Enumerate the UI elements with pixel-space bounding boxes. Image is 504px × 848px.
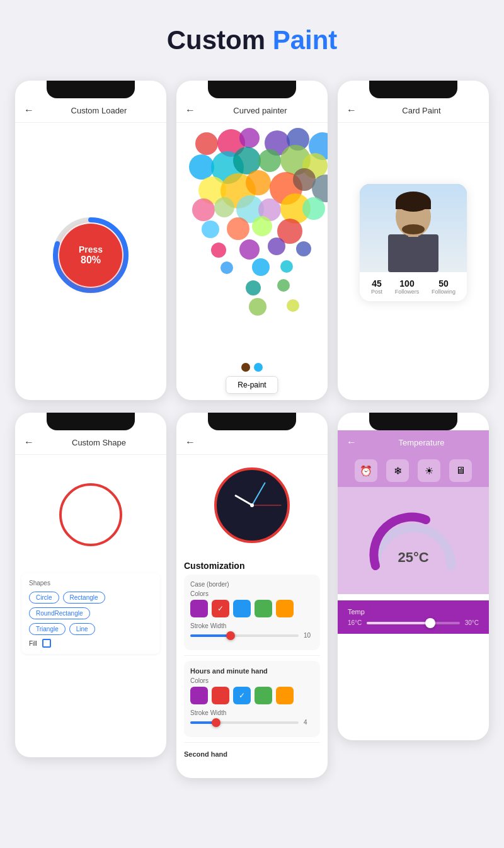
colors-row-case: ✓ bbox=[190, 600, 314, 617]
sun-icon[interactable]: ☀ bbox=[418, 459, 440, 482]
profile-stats: 45 Post 100 Followers 50 Following bbox=[360, 272, 467, 301]
phone-notch bbox=[47, 413, 135, 430]
stroke-value1: 10 bbox=[304, 632, 314, 639]
section-divider2 bbox=[184, 742, 320, 743]
color-blue-h[interactable]: ✓ bbox=[233, 687, 251, 704]
profile-card: 45 Post 100 Followers 50 Following bbox=[360, 184, 467, 301]
slider-fill-case bbox=[190, 634, 228, 637]
repaint-button[interactable]: Re-paint bbox=[226, 376, 278, 394]
stroke-label-case: Stroke Width bbox=[190, 622, 314, 629]
fill-row: Fill bbox=[29, 639, 152, 648]
temp-slider-section: Temp 16°C 30°C bbox=[338, 600, 489, 634]
shapes-section-label: Shapes bbox=[29, 580, 152, 587]
slider-thumb-case[interactable] bbox=[226, 631, 235, 640]
hours-section: Hours and minute hand Colors ✓ Stroke Wi… bbox=[184, 661, 320, 737]
custom-loader-title: Custom Loader bbox=[40, 106, 158, 115]
second-section-label: Second hand bbox=[184, 748, 320, 760]
temp-slider-thumb[interactable] bbox=[425, 618, 435, 628]
color-orange-h[interactable] bbox=[276, 687, 294, 704]
color-blue[interactable] bbox=[233, 600, 251, 617]
slider-thumb-hours[interactable] bbox=[212, 718, 220, 727]
temp-icons-row: ⏰ ❄ ☀ 🖥 bbox=[338, 454, 489, 487]
custom-shape-header: ← Custom Shape bbox=[15, 430, 166, 455]
shape-btn-circle[interactable]: Circle bbox=[29, 592, 59, 604]
loader-content: Press 80% bbox=[15, 123, 166, 387]
phone-notch bbox=[369, 413, 457, 430]
custom-shape-title: Custom Shape bbox=[40, 438, 158, 447]
colors-label-case: Colors bbox=[190, 590, 314, 597]
snowflake-icon[interactable]: ❄ bbox=[386, 459, 409, 482]
back-arrow-icon[interactable]: ← bbox=[24, 437, 34, 448]
colors-row-hours: ✓ bbox=[190, 687, 314, 704]
screen-icon[interactable]: 🖥 bbox=[449, 459, 472, 482]
clock-content: Customization Case (border) Colors ✓ Str… bbox=[176, 455, 328, 771]
clock-phone: ← Customization Case (border) Colors ✓ bbox=[176, 413, 328, 778]
clock-center-dot bbox=[250, 503, 254, 507]
stat-posts: 45 Post bbox=[371, 278, 382, 295]
custom-loader-phone: ← Custom Loader Press 80% bbox=[15, 81, 166, 400]
temp-min: 16°C bbox=[348, 619, 362, 626]
minute-hand bbox=[251, 482, 266, 505]
color-red-h[interactable] bbox=[212, 687, 229, 704]
svg-point-9 bbox=[402, 224, 425, 234]
shape-btn-triangle[interactable]: Triangle bbox=[29, 623, 66, 635]
back-arrow-icon[interactable]: ← bbox=[185, 105, 195, 116]
shape-circle-display bbox=[59, 483, 122, 546]
temp-header: ← Temperature bbox=[338, 430, 489, 454]
curved-painter-content: Re-paint bbox=[176, 123, 328, 400]
temp-max: 30°C bbox=[465, 619, 479, 626]
customization-title: Customization bbox=[184, 561, 320, 571]
curved-painter-phone: ← Curved painter Re-paint bbox=[176, 81, 328, 400]
stat-following: 50 Following bbox=[432, 278, 455, 295]
phone-notch bbox=[47, 81, 135, 98]
slider-track-case[interactable] bbox=[190, 634, 299, 637]
page-title: Custom Paint bbox=[13, 25, 491, 55]
stroke-value2: 4 bbox=[304, 719, 314, 726]
color-orange[interactable] bbox=[276, 600, 294, 617]
temp-display-value: 25°C bbox=[398, 549, 428, 566]
stroke-slider-hours: 4 bbox=[190, 719, 314, 726]
clock-header: ← bbox=[176, 430, 328, 455]
second-hand bbox=[252, 505, 281, 506]
shape-btn-rectangle[interactable]: Rectangle bbox=[63, 592, 105, 604]
temp-slider-fill bbox=[367, 622, 427, 624]
card-paint-content: 45 Post 100 Followers 50 Following bbox=[338, 123, 489, 362]
colors-label-hours: Colors bbox=[190, 677, 314, 684]
shape-btn-line[interactable]: Line bbox=[69, 623, 95, 635]
row1: ← Custom Loader Press 80% ← Curve bbox=[13, 81, 491, 400]
fill-checkbox[interactable] bbox=[42, 639, 51, 648]
custom-shape-phone: ← Custom Shape Shapes Circle Rectangle R… bbox=[15, 413, 166, 757]
color-purple-h[interactable] bbox=[190, 687, 208, 704]
dots-canvas bbox=[176, 123, 328, 362]
shape-content: Shapes Circle Rectangle RoundRectangle T… bbox=[15, 455, 166, 757]
temp-slider-row: 16°C 30°C bbox=[348, 619, 479, 626]
shape-btn-roundrectangle[interactable]: RoundRectangle bbox=[29, 607, 90, 619]
curved-painter-header: ← Curved painter bbox=[176, 98, 328, 123]
color-red[interactable]: ✓ bbox=[212, 600, 229, 617]
timer-icon[interactable]: ⏰ bbox=[355, 459, 377, 482]
profile-illustration bbox=[360, 184, 467, 272]
color-purple[interactable] bbox=[190, 600, 208, 617]
profile-image bbox=[360, 184, 467, 272]
shape-buttons-row1: Circle Rectangle RoundRectangle bbox=[29, 592, 152, 619]
clock-face bbox=[214, 467, 290, 543]
color-green[interactable] bbox=[255, 600, 272, 617]
svg-rect-4 bbox=[388, 234, 438, 272]
temperature-phone: ← Temperature ⏰ ❄ ☀ 🖥 25°C Temp bbox=[338, 413, 489, 740]
hours-section-label: Hours and minute hand bbox=[190, 667, 314, 675]
card-paint-header: ← Card Paint bbox=[338, 98, 489, 123]
back-arrow-icon[interactable]: ← bbox=[24, 105, 34, 116]
back-arrow-icon[interactable]: ← bbox=[185, 437, 195, 448]
card-paint-title: Card Paint bbox=[363, 106, 480, 115]
back-arrow-icon[interactable]: ← bbox=[346, 105, 357, 116]
phone-notch bbox=[208, 81, 296, 98]
slider-track-hours[interactable] bbox=[190, 721, 299, 724]
back-arrow-icon[interactable]: ← bbox=[346, 437, 357, 448]
custom-loader-header: ← Custom Loader bbox=[15, 98, 166, 123]
color-green-h[interactable] bbox=[255, 687, 272, 704]
press-button[interactable]: Press 80% bbox=[59, 224, 122, 287]
stat-followers: 100 Followers bbox=[395, 278, 420, 295]
temp-slider-track[interactable] bbox=[367, 622, 459, 624]
shapes-section: Shapes Circle Rectangle RoundRectangle T… bbox=[21, 573, 160, 654]
phone-notch bbox=[208, 413, 296, 430]
